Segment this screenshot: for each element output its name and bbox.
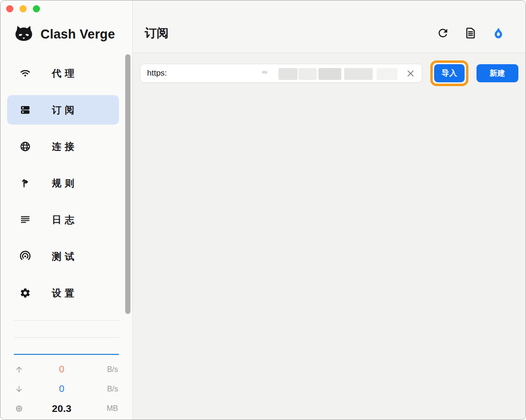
download-speed-value: 0 (24, 383, 99, 394)
arrow-up-icon (15, 365, 24, 374)
fork-icon (20, 177, 31, 189)
chip-icon (15, 404, 24, 413)
sidebar-item-logs[interactable]: 日志 (7, 205, 119, 234)
wifi-icon (20, 68, 31, 79)
dns-icon (20, 104, 31, 116)
sidebar-divider (14, 320, 119, 321)
profile-url-input[interactable]: https: (140, 64, 422, 83)
profile-import-row: https: 导入 (140, 60, 518, 86)
document-icon[interactable] (464, 27, 477, 39)
app-logo: Clash Verge (13, 22, 132, 46)
download-speed-unit: B/s (99, 385, 118, 393)
globe-icon (20, 141, 31, 152)
sidebar-item-label: 测试 (52, 250, 78, 263)
app-title: Clash Verge (40, 27, 115, 42)
import-button[interactable]: 导入 (434, 64, 465, 82)
header-toolbar (437, 27, 505, 39)
main-header: 订阅 (133, 0, 526, 53)
upload-speed-unit: B/s (99, 365, 118, 374)
sidebar-item-label: 连接 (52, 140, 78, 153)
page-title: 订阅 (145, 25, 437, 41)
sidebar-item-label: 订阅 (52, 104, 78, 117)
upload-speed-row: 0 B/s (0, 360, 132, 379)
logs-icon (20, 214, 31, 225)
upload-speed-value: 0 (24, 364, 99, 375)
import-button-highlight-ring: 导入 (430, 60, 468, 86)
minimize-window-button[interactable] (20, 5, 27, 12)
sidebar: Clash Verge 代理 (0, 0, 133, 420)
flame-icon[interactable] (492, 27, 505, 39)
sidebar-item-label: 日志 (52, 214, 78, 226)
profile-url-value: https: (147, 68, 167, 78)
refresh-icon[interactable] (437, 27, 449, 39)
gear-icon (20, 287, 31, 299)
sidebar-item-connections[interactable]: 连接 (7, 132, 119, 161)
arrow-down-icon (15, 385, 24, 393)
sidebar-item-profiles[interactable]: 订阅 (7, 95, 119, 125)
stats-accent-divider (14, 354, 119, 355)
sidebar-item-label: 规则 (52, 177, 78, 190)
sidebar-nav: 代理 订阅 (0, 59, 132, 308)
new-profile-button[interactable]: 新建 (476, 64, 518, 82)
redacted-url-blur (140, 64, 422, 82)
main-panel: 订阅 (133, 0, 526, 420)
clear-input-button[interactable] (404, 64, 417, 82)
sidebar-scrollbar[interactable] (125, 54, 130, 314)
memory-usage-unit: MB (99, 404, 118, 413)
profiles-empty-area (133, 86, 526, 420)
sidebar-item-test[interactable]: 测试 (7, 242, 119, 271)
tethering-icon (20, 251, 31, 262)
sidebar-item-rules[interactable]: 规则 (7, 168, 119, 198)
app-window: Clash Verge 代理 (0, 0, 526, 420)
sidebar-item-settings[interactable]: 设置 (7, 278, 119, 308)
sidebar-item-proxies[interactable]: 代理 (7, 59, 119, 88)
download-speed-row: 0 B/s (0, 379, 132, 399)
sidebar-item-label: 代理 (52, 67, 78, 80)
zoom-window-button[interactable] (33, 5, 40, 12)
close-window-button[interactable] (6, 5, 13, 12)
close-icon (406, 69, 415, 78)
cat-logo-icon (13, 23, 35, 45)
sidebar-item-label: 设置 (52, 287, 78, 300)
sidebar-divider (14, 337, 119, 338)
titlebar-controls (6, 5, 40, 12)
memory-usage-row: 20.3 MB (0, 399, 132, 418)
memory-usage-value: 20.3 (24, 403, 99, 414)
